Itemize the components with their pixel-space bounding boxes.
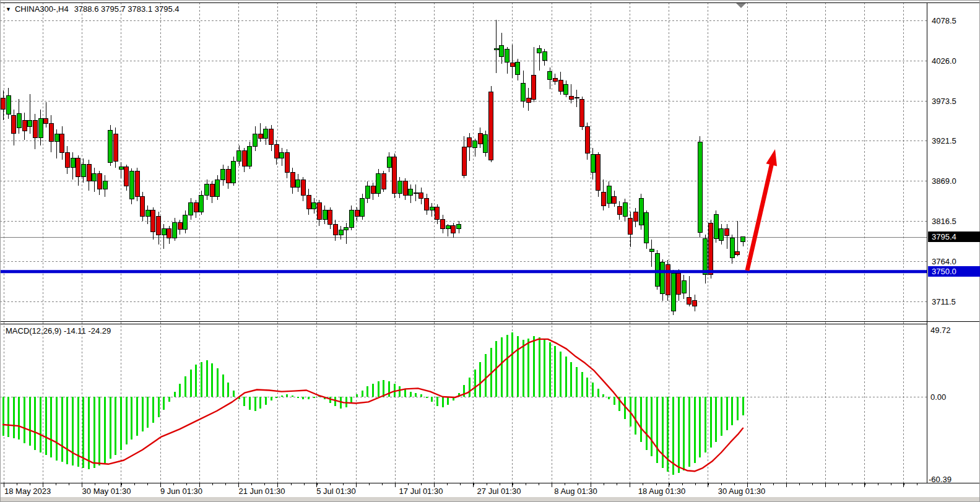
- chart-window: 4078.54026.03973.53921.53869.03816.53764…: [0, 0, 980, 502]
- macd-histogram-bar: [404, 389, 406, 397]
- candle-body: [264, 129, 268, 139]
- candle-body: [601, 192, 605, 206]
- time-axis-label: 17 Jul 01:30: [399, 487, 443, 496]
- macd-histogram-bar: [29, 397, 31, 446]
- macd-histogram-bar: [265, 397, 267, 405]
- candle-body: [215, 180, 220, 196]
- macd-histogram-bar: [136, 397, 138, 436]
- macd-histogram-bar: [313, 397, 315, 398]
- macd-histogram-bar: [501, 337, 503, 397]
- macd-histogram-bar: [126, 397, 128, 444]
- macd-histogram-bar: [45, 397, 47, 455]
- macd-histogram-bar: [195, 365, 197, 397]
- macd-histogram-bar: [570, 362, 572, 397]
- candle-body: [145, 210, 150, 217]
- candle-body: [494, 48, 498, 50]
- macd-histogram-bar: [356, 394, 358, 397]
- candle-body: [564, 84, 568, 94]
- candle-body: [360, 198, 365, 217]
- candle-body: [409, 189, 413, 195]
- macd-histogram-bar: [249, 397, 251, 410]
- candle-body: [730, 238, 734, 257]
- macd-histogram-bar: [297, 397, 299, 398]
- symbol-marker-icon: ▼: [6, 6, 11, 12]
- candle-body: [157, 217, 161, 235]
- macd-histogram-bar: [683, 397, 685, 470]
- candle-body: [371, 186, 375, 193]
- candle-body: [457, 224, 461, 228]
- candle-body: [687, 298, 692, 305]
- macd-histogram-bar: [549, 342, 551, 397]
- price-axis-label: 3921.5: [932, 136, 956, 145]
- time-axis-label: 9 Jun 01:30: [160, 487, 202, 496]
- macd-histogram-bar: [222, 374, 224, 397]
- candle-body: [666, 265, 670, 295]
- macd-histogram-bar: [656, 397, 658, 463]
- candle-body: [199, 195, 204, 212]
- candle-body: [467, 138, 472, 147]
- macd-histogram-bar: [726, 397, 728, 430]
- current-price-tag: 3795.4: [928, 232, 980, 242]
- candle-body: [617, 207, 622, 214]
- macd-histogram-bar: [533, 336, 535, 397]
- macd-histogram-bar: [597, 389, 599, 397]
- candle-body: [323, 210, 327, 220]
- macd-histogram-bar: [93, 397, 95, 468]
- macd-histogram-bar: [206, 360, 208, 397]
- candle-body: [54, 134, 59, 141]
- candle-body: [623, 203, 627, 217]
- candle-body: [44, 119, 48, 123]
- price-chart-canvas[interactable]: 4078.54026.03973.53921.53869.03816.53764…: [0, 0, 980, 502]
- macd-histogram-bar: [24, 397, 25, 443]
- price-axis-label: 3973.5: [932, 97, 956, 106]
- macd-histogram-bar: [565, 357, 567, 397]
- candle-body: [414, 193, 418, 194]
- macd-histogram-bar: [442, 397, 444, 407]
- time-axis-label: 30 Aug 01:30: [718, 487, 766, 496]
- candle-body: [113, 134, 118, 161]
- macd-histogram-bar: [217, 368, 219, 397]
- candle-body: [135, 171, 139, 197]
- macd-histogram-bar: [420, 394, 422, 397]
- macd-histogram-bar: [56, 397, 58, 461]
- macd-histogram-bar: [539, 337, 540, 397]
- macd-histogram-bar: [190, 370, 192, 397]
- macd-histogram-bar: [110, 397, 111, 459]
- candle-body: [65, 152, 69, 168]
- candle-body: [671, 273, 675, 311]
- price-axis-label: 4026.0: [932, 56, 956, 66]
- macd-histogram-bar: [88, 397, 90, 469]
- window-bottom-strip: [0, 497, 980, 502]
- candle-body: [596, 155, 601, 191]
- candle-body: [365, 186, 370, 198]
- candle-body: [719, 229, 724, 241]
- macd-histogram-bar: [345, 397, 347, 407]
- candle-body: [103, 181, 107, 189]
- macd-histogram-bar: [362, 391, 363, 397]
- macd-histogram-bar: [131, 397, 132, 439]
- candle-body: [232, 162, 236, 183]
- candle-body: [355, 210, 359, 217]
- macd-histogram-bar: [479, 362, 481, 397]
- macd-histogram-bar: [13, 397, 15, 438]
- candle-body: [516, 62, 520, 74]
- macd-histogram-bar: [586, 378, 588, 397]
- candle-body: [38, 119, 43, 138]
- macd-histogram-bar: [383, 380, 384, 397]
- candle-body: [301, 180, 305, 195]
- macd-histogram-bar: [254, 397, 256, 411]
- macd-histogram-bar: [721, 397, 722, 436]
- candle-body: [403, 181, 407, 195]
- candle-body: [542, 51, 547, 61]
- candle-body: [553, 78, 557, 81]
- macd-histogram-bar: [581, 372, 583, 397]
- macd-histogram-bar: [163, 397, 165, 410]
- candle-body: [735, 252, 740, 255]
- macd-histogram-bar: [152, 397, 154, 423]
- price-axis-label: 3869.0: [932, 176, 956, 186]
- macd-histogram-bar: [233, 391, 235, 397]
- macd-histogram-bar: [211, 363, 213, 397]
- candle-body: [189, 203, 193, 215]
- macd-histogram-bar: [635, 397, 636, 435]
- candle-body: [548, 71, 552, 80]
